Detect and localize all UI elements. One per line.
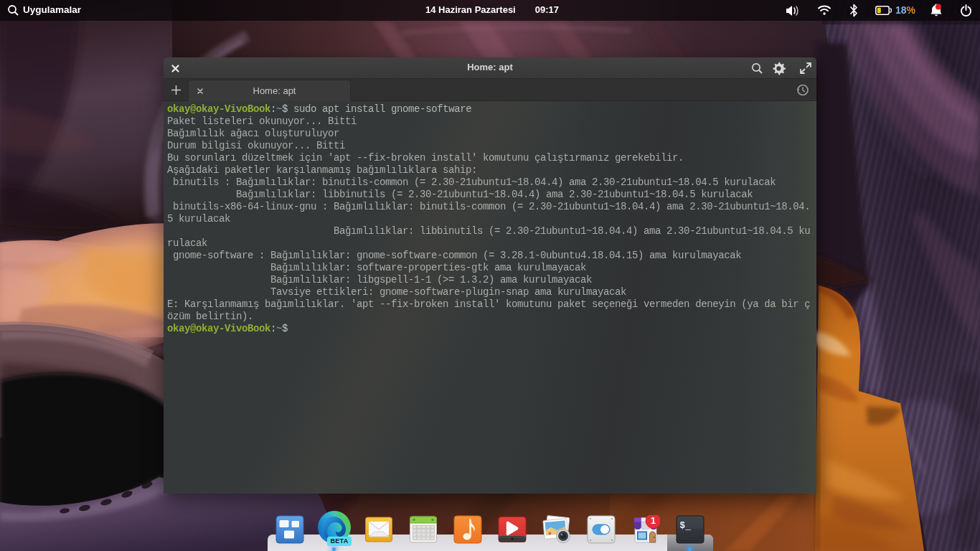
svg-text:1: 1	[651, 516, 656, 526]
svg-text:$: $	[680, 521, 686, 531]
svg-text:_: _	[685, 522, 692, 532]
